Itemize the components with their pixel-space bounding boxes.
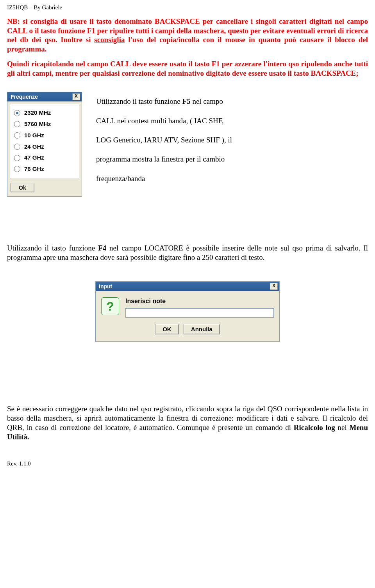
radio-icon xyxy=(14,155,20,161)
input-dialog: Input X ? Inserisci note OK Annulla xyxy=(95,281,280,342)
frequenze-titlebar: Frequenze X xyxy=(7,92,82,101)
radio-label: 2320 MHz xyxy=(24,109,51,117)
f4-text-a: Utilizzando il tasto funzione xyxy=(7,244,98,252)
f5-line5: frequenza/banda xyxy=(96,169,368,188)
f5-line1a: Utilizzando il tasto funzione xyxy=(96,97,182,105)
ok-button[interactable]: Ok xyxy=(11,183,34,192)
input-body: ? Inserisci note OK Annulla xyxy=(96,291,279,341)
radio-icon xyxy=(14,166,20,172)
input-titlebar: Input X xyxy=(96,282,279,291)
frequenze-footer: Ok xyxy=(7,181,82,196)
final-b: Ricalcolo log xyxy=(294,423,335,432)
notes-input[interactable] xyxy=(125,308,274,318)
f5-line2: CALL nei contest multi banda, ( IAC SHF, xyxy=(96,111,368,130)
radio-option[interactable]: 5760 MHz xyxy=(12,119,77,130)
frequenze-body: 2320 MHz 5760 MHz 10 GHz 24 GHz 47 GHz 7… xyxy=(10,104,79,178)
final-paragraph: Se è necessario correggere qualche dato … xyxy=(7,404,368,441)
radio-label: 76 GHz xyxy=(24,165,44,173)
close-icon[interactable]: X xyxy=(72,93,80,100)
f5-line3: LOG Generico, IARU ATV, Sezione SHF ), i… xyxy=(96,130,368,149)
radio-label: 5760 MHz xyxy=(24,121,51,128)
frequenze-title: Frequenze xyxy=(11,94,38,101)
radio-icon xyxy=(14,110,20,116)
f5-line4: programma mostra la finestra per il camb… xyxy=(96,149,368,169)
ok-button[interactable]: OK xyxy=(155,324,179,334)
doc-header: IZ5HQB – By Gabriele xyxy=(7,4,368,11)
nb-text-underline: sconsiglia xyxy=(94,36,125,44)
cancel-button[interactable]: Annulla xyxy=(184,324,220,334)
input-label: Inserisci note xyxy=(125,297,274,305)
radio-option[interactable]: 10 GHz xyxy=(12,130,77,141)
radio-option[interactable]: 24 GHz xyxy=(12,141,77,153)
radio-icon xyxy=(14,121,20,127)
nb-paragraph: NB: si consiglia di usare il tasto denom… xyxy=(7,17,368,54)
radio-label: 47 GHz xyxy=(24,154,44,162)
f5-line1c: nel campo xyxy=(191,97,223,105)
question-icon: ? xyxy=(101,297,119,315)
frequenze-window: Frequenze X 2320 MHz 5760 MHz 10 GHz 24 … xyxy=(7,92,82,197)
radio-option[interactable]: 2320 MHz xyxy=(12,107,77,119)
recap-paragraph: Quindi ricapitolando nel campo CALL deve… xyxy=(7,59,368,78)
radio-option[interactable]: 76 GHz xyxy=(12,163,77,175)
radio-icon xyxy=(14,144,20,150)
radio-label: 10 GHz xyxy=(24,132,44,139)
close-icon[interactable]: X xyxy=(270,283,278,290)
f4-paragraph: Utilizzando il tasto funzione F4 nel cam… xyxy=(7,243,368,262)
f4-bold: F4 xyxy=(98,244,106,252)
radio-icon xyxy=(14,132,20,139)
radio-label: 24 GHz xyxy=(24,143,44,151)
revision-footer: Rev. 1.1.0 xyxy=(7,460,368,467)
f5-bold: F5 xyxy=(182,97,191,105)
radio-option[interactable]: 47 GHz xyxy=(12,152,77,163)
final-c: nel xyxy=(335,423,350,432)
f5-description: Utilizzando il tasto funzione F5 nel cam… xyxy=(96,92,368,188)
input-title: Input xyxy=(99,283,112,290)
